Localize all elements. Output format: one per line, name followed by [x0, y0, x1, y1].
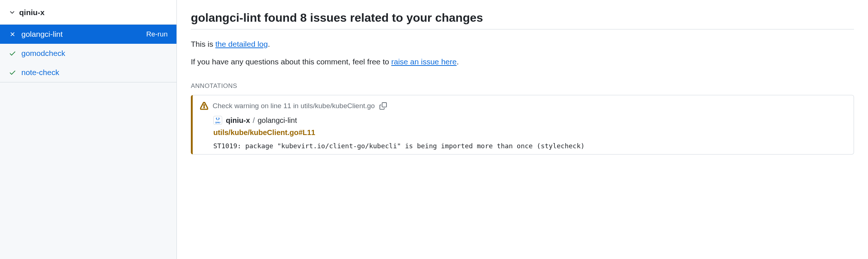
source-check: golangci-lint [258, 116, 297, 124]
intro-prefix: This is [191, 40, 216, 48]
annotations-label: ANNOTATIONS [191, 82, 854, 90]
raise-issue-link[interactable]: raise an issue here [391, 57, 456, 66]
intro-suffix: . [268, 40, 270, 48]
chevron-down-icon [9, 9, 15, 16]
qiniu-logo-icon: QINIU [213, 116, 222, 125]
main-body: This is the detailed log. If you have an… [191, 40, 854, 155]
sidebar-item-label: golangci-lint [21, 30, 141, 39]
sidebar-item-label: note-check [21, 68, 168, 77]
annotation-source-text: qiniu-x / golangci-lint [226, 116, 297, 125]
annotation-file-link[interactable]: utils/kube/kubeClient.go#L11 [213, 128, 846, 137]
source-sep: / [251, 116, 257, 124]
sidebar-item-golangci-lint[interactable]: golangci-lint Re-run [0, 25, 176, 44]
main-content: golangci-lint found 8 issues related to … [177, 0, 868, 259]
question-prefix: If you have any questions about this com… [191, 57, 391, 66]
sidebar: qiniu-x golangci-lint Re-run gomodcheck … [0, 0, 177, 259]
annotation-header: Check warning on line 11 in utils/kube/k… [200, 102, 846, 110]
annotation-header-text: Check warning on line 11 in utils/kube/k… [213, 102, 375, 110]
source-org: qiniu-x [226, 116, 250, 124]
check-icon [9, 69, 16, 76]
annotation-card: Check warning on line 11 in utils/kube/k… [191, 95, 854, 155]
sidebar-item-label: gomodcheck [21, 49, 168, 58]
sidebar-item-note-check[interactable]: note-check [0, 63, 176, 82]
question-paragraph: If you have any questions about this com… [191, 57, 854, 66]
copy-icon[interactable] [379, 102, 387, 110]
detailed-log-link[interactable]: the detailed log [216, 40, 268, 48]
annotation-source: QINIU qiniu-x / golangci-lint [213, 116, 846, 125]
annotation-code: ST1019: package "kubevirt.io/client-go/k… [213, 142, 846, 150]
sidebar-items: golangci-lint Re-run gomodcheck note-che… [0, 25, 176, 82]
sidebar-group-header[interactable]: qiniu-x [0, 0, 176, 25]
page-title: golangci-lint found 8 issues related to … [191, 11, 854, 29]
sidebar-group-title: qiniu-x [19, 8, 45, 17]
question-suffix: . [456, 57, 459, 66]
warning-icon [200, 102, 208, 110]
sidebar-item-gomodcheck[interactable]: gomodcheck [0, 44, 176, 63]
check-icon [9, 50, 16, 57]
x-icon [9, 31, 16, 38]
intro-paragraph: This is the detailed log. [191, 40, 854, 49]
rerun-button[interactable]: Re-run [146, 30, 168, 38]
